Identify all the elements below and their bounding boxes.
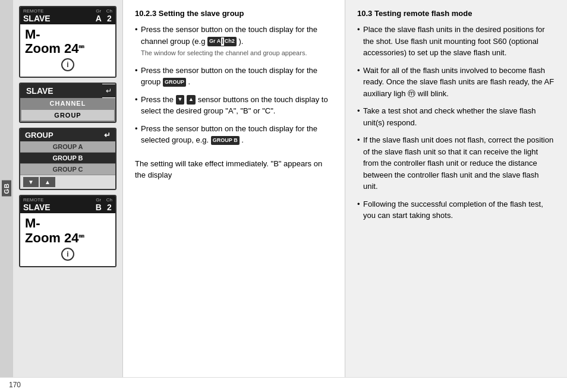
ch-value-4: 2 [107, 203, 112, 212]
bullet-4: Press the sensor button on the touch dis… [135, 123, 333, 146]
bullet-2: Press the sensor button on the touch dis… [135, 65, 333, 88]
bullet-1: Press the sensor button on the touch dis… [135, 24, 333, 59]
remote-label-4: REMOTE [23, 197, 51, 203]
channel-row: CHANNEL [20, 98, 115, 109]
slave-arrow: ↵ [102, 84, 115, 97]
sidebar-tab: GB [0, 0, 13, 377]
ch-label-4: Ch [106, 197, 112, 203]
middle-bullet-list: Press the sensor button on the touch dis… [135, 24, 333, 146]
middle-section-title: 10.2.3 Setting the slave group [135, 9, 333, 18]
slave-btn: SLAVE [20, 84, 102, 98]
ch-label-1: Ch [106, 8, 112, 14]
device-body-1: M- Zoom 24㎜ i [20, 24, 115, 77]
info-icon-4: i [61, 248, 74, 261]
info-icon-1: i [61, 58, 74, 71]
group-b-badge: GROUP B [211, 136, 240, 146]
device-screen-1: REMOTE SLAVE Gr A Ch 2 M- Zo [19, 6, 116, 78]
gr-value-4: B [96, 203, 102, 212]
left-panel: REMOTE SLAVE Gr A Ch 2 M- Zo [13, 0, 123, 377]
sidebar-tab-label: GB [2, 181, 11, 197]
gr-value-1: A [96, 14, 102, 23]
remote-label-1: REMOTE [23, 8, 51, 14]
zoom-text-1: M- Zoom 24㎜ [25, 27, 111, 56]
group-header: GROUP ↵ [20, 129, 115, 141]
device-screen-3: GROUP ↵ GROUP A GROUP B GROUP C ▼ ▲ [19, 128, 116, 190]
device-header-4: REMOTE SLAVE Gr B Ch 2 [20, 196, 115, 213]
right-bullet-list: Place the slave flash units in the desir… [357, 24, 555, 222]
page-footer: 170 [0, 377, 567, 392]
bullet3-pre: Press the [141, 95, 174, 104]
device-body-4: M- Zoom 24㎜ i [20, 213, 115, 265]
device-screen-2: SLAVE ↵ CHANNEL GROUP [19, 83, 116, 123]
up-arrow-badge: ▲ [187, 95, 196, 105]
arrow-down-btn[interactable]: ▼ [23, 177, 39, 187]
arrow-up-btn[interactable]: ▲ [40, 177, 55, 187]
gr-label-1: Gr [96, 8, 101, 14]
slave-label-4: SLAVE [23, 203, 51, 212]
right-bullet-5: Following the successful completion of t… [357, 198, 555, 222]
right-panel: 10.3 Testing remote flash mode Place the… [345, 0, 567, 377]
zoom-text-4: M- Zoom 24㎜ [25, 216, 111, 245]
device-header-1: REMOTE SLAVE Gr A Ch 2 [20, 7, 115, 24]
group-row: GROUP [20, 109, 115, 122]
group-arrows: ▼ ▲ [20, 175, 115, 189]
gr-label-4: Gr [96, 197, 101, 203]
right-section-title: 10.3 Testing remote flash mode [357, 9, 555, 18]
right-bullet-3: Take a test shot and check whether the s… [357, 105, 555, 128]
right-bullet-1: Place the slave flash units in the desir… [357, 24, 555, 59]
bottom-text: The setting will take effect immediately… [135, 158, 333, 181]
slave-label-1: SLAVE [23, 14, 51, 23]
bullet-3: Press the ▼ ▲ sensor buttons on the touc… [135, 94, 333, 117]
group-badge: GROUP [163, 78, 186, 87]
slave-row: SLAVE ↵ [20, 84, 115, 98]
group-a-item: GROUP A [20, 141, 115, 153]
ch-value-1: 2 [107, 14, 112, 23]
bullet1-note: The window for selecting the channel and… [141, 49, 307, 56]
page-number: 170 [9, 381, 21, 389]
right-bullet-2: Wait for all of the flash units involved… [357, 65, 555, 100]
middle-panel: 10.2.3 Setting the slave group Press the… [123, 0, 345, 377]
gra-ch2-badge: Gr A | Ch2 [207, 37, 237, 46]
right-bullet-4: If the slave flash unit does not flash, … [357, 134, 555, 192]
down-arrow-badge: ▼ [176, 95, 185, 105]
group-c-item: GROUP C [20, 164, 115, 175]
group-b-item: GROUP B [20, 153, 115, 164]
device-screen-4: REMOTE SLAVE Gr B Ch 2 M- Zo [19, 195, 116, 267]
